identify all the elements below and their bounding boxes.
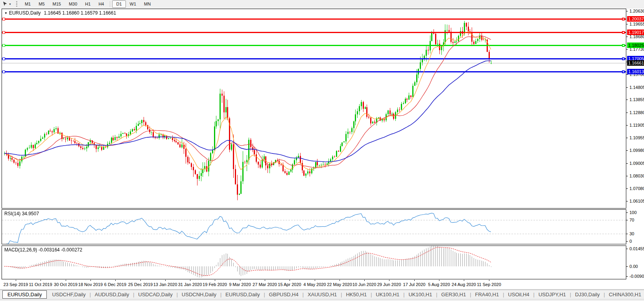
time-axis-tick-mark	[115, 280, 116, 281]
tab-eurusd-daily[interactable]: EURUSD,Daily	[2, 290, 47, 299]
axis-tick-mark	[626, 74, 628, 75]
price-line-label: 1.19017	[627, 30, 644, 35]
price-line-handle-right[interactable]	[622, 70, 625, 73]
axis-tick-mark	[626, 176, 628, 176]
time-axis-tick-mark	[464, 280, 464, 281]
timeframe-button-m15[interactable]: M15	[49, 0, 65, 8]
price-line-handle-right[interactable]	[622, 31, 625, 34]
timeframe-button-h4[interactable]: H4	[94, 0, 108, 8]
time-axis-tick-mark	[364, 280, 365, 281]
tab-dj30-daily[interactable]: DJ30,Daily	[571, 290, 604, 299]
tab-usdcnh-daily[interactable]: USDCNH,Daily	[178, 290, 220, 299]
chart-tab-bar: EURUSD,DailyUSDCHF,Daily|AUDUSD,Daily|US…	[0, 290, 644, 299]
axis-tick-mark	[626, 188, 628, 189]
axis-tick-mark	[626, 24, 628, 24]
axis-tick-mark	[626, 11, 628, 11]
timeframe-button-w1[interactable]: W1	[126, 0, 140, 8]
price-line-handle-left[interactable]	[2, 31, 5, 34]
tab-uk100-h1[interactable]: UK100,H1	[372, 290, 403, 299]
price-line-handle-right[interactable]	[622, 18, 625, 20]
tab-china300-h1[interactable]: CHINA300,H1	[605, 290, 644, 299]
timeframe-button-group: M1M5M15M30H1H4D1W1MN	[21, 0, 155, 8]
time-axis-tick-label: 5 Aug 2020	[428, 282, 450, 287]
price-axis-tick-label: 1.11905	[629, 123, 644, 127]
tab-usoil-h4[interactable]: USOil,H4	[504, 290, 533, 299]
chart-window: ▼EURUSD,Daily1.16645 1.16860 1.16579 1.1…	[0, 9, 644, 289]
time-axis-tick-label: 10 Jun 2020	[352, 282, 376, 287]
price-axis-tick-label: 1.12880	[629, 110, 644, 115]
macd-axis-tick-label: -0.009001	[629, 274, 644, 279]
rsi-indicator-panel: RSI(14) 34.9507	[2, 209, 626, 244]
time-axis-tick-mark	[389, 280, 389, 281]
price-line-handle-right[interactable]	[622, 57, 625, 60]
macd-chart-canvas[interactable]	[2, 246, 626, 279]
timeframe-button-d1[interactable]: D1	[112, 0, 125, 8]
time-axis-tick-label: 24 Aug 2020	[452, 282, 476, 287]
status-strip	[0, 299, 644, 301]
time-axis-tick-mark	[265, 280, 265, 281]
price-line-handle-left[interactable]	[2, 44, 5, 47]
time-axis-tick-label: 22 May 2020	[327, 282, 352, 287]
top-toolbar: ▼ M1M5M15M30H1H4D1W1MN	[0, 0, 644, 8]
tab-usdcad-daily[interactable]: USDCAD,Daily	[134, 290, 176, 299]
price-line-handle-right[interactable]	[622, 44, 625, 47]
tab-uk100-h1[interactable]: UK100,H1	[404, 290, 436, 299]
time-axis-tick-mark	[414, 280, 415, 281]
price-line-handle-left[interactable]	[2, 70, 5, 73]
chart-symbol-period: EURUSD,Daily	[9, 10, 41, 16]
macd-axis-tick-label: 0.00	[629, 264, 638, 269]
time-axis-tick-label: 31 Jan 2020	[178, 282, 202, 287]
tab-usdchf-daily[interactable]: USDCHF,Daily	[48, 290, 89, 299]
timeframe-button-m30[interactable]: M30	[65, 0, 81, 8]
tab-gbpusd-h4[interactable]: GBPUSD,H4	[265, 290, 303, 299]
price-chart-panel: ▼EURUSD,Daily1.16645 1.16860 1.16579 1.1…	[2, 9, 626, 209]
time-axis-tick-label: 29 Jun 2020	[377, 282, 401, 287]
axis-tick-mark	[626, 113, 628, 113]
price-axis-tick-label: 1.08030	[629, 174, 644, 178]
chart-collapse-icon[interactable]: ▼	[4, 11, 7, 15]
price-line-label: 1.16013	[627, 69, 644, 74]
price-line-handle-left[interactable]	[2, 57, 5, 60]
price-line-handle-left[interactable]	[2, 18, 5, 20]
rsi-axis-tick-label: 70	[629, 218, 634, 222]
price-axis-tick-label: 1.14805	[629, 85, 644, 90]
time-axis-tick-mark	[439, 280, 439, 281]
axis-tick-mark	[626, 220, 628, 220]
tab-ger30-h1[interactable]: GER30,H1	[437, 290, 470, 299]
rsi-label: RSI(14) 34.9507	[4, 211, 39, 216]
rsi-chart-canvas[interactable]	[2, 210, 626, 244]
price-axis-tick-label: 1.20630	[629, 9, 644, 13]
time-axis-tick-mark	[165, 280, 166, 281]
macd-label: MACD(12,26,9) -0.003164 -0.000272	[4, 247, 82, 253]
tab-audusd-daily[interactable]: AUDUSD,Daily	[91, 290, 133, 299]
time-axis-tick-mark	[215, 280, 215, 281]
chart-title: ▼EURUSD,Daily1.16645 1.16860 1.16579 1.1…	[4, 10, 116, 16]
axis-tick-mark	[626, 87, 628, 88]
time-axis-tick-label: 15 Apr 2020	[278, 282, 301, 287]
cursor-dropdown-arrow-icon[interactable]: ▼	[9, 3, 11, 6]
tab-xauusd-h1[interactable]: XAUUSD,H1	[304, 290, 341, 299]
tab-eurusd-daily[interactable]: EURUSD,Daily	[221, 290, 264, 299]
candlestick-chart-canvas[interactable]	[2, 9, 626, 208]
time-axis: 23 Sep 201911 Oct 201930 Oct 201918 Nov …	[2, 280, 626, 289]
rsi-axis-tick-label: 30	[629, 231, 634, 236]
price-axis-tick-label: 1.10955	[629, 135, 644, 140]
macd-name: MACD(12,26,9)	[4, 247, 37, 253]
time-axis-tick-label: 19 Feb 2020	[203, 282, 227, 287]
time-axis-tick-label: 18 Nov 2019	[78, 282, 103, 287]
timeframe-button-m5[interactable]: M5	[35, 0, 48, 8]
time-axis-tick-mark	[190, 280, 190, 281]
tab-fra40-h1[interactable]: FRA40,H1	[471, 290, 503, 299]
timeframe-button-m1[interactable]: M1	[21, 0, 35, 8]
tab-hk50-h1[interactable]: HK50,H1	[342, 290, 371, 299]
cursor-tool-icon[interactable]	[1, 1, 8, 7]
toolbar-grip-handle[interactable]	[16, 1, 17, 7]
timeframe-button-h1[interactable]: H1	[81, 0, 94, 8]
price-line-label: 1.20037	[627, 16, 644, 22]
price-axis: 1.206301.196551.186801.177301.167551.157…	[626, 9, 644, 289]
axis-tick-mark	[626, 37, 628, 37]
price-axis-tick-label: 1.09980	[629, 148, 644, 153]
tab-usdjpy-h1[interactable]: USDJPY,H1	[535, 290, 570, 299]
macd-values: -0.003164 -0.000272	[39, 247, 82, 253]
timeframe-button-mn[interactable]: MN	[140, 0, 155, 8]
